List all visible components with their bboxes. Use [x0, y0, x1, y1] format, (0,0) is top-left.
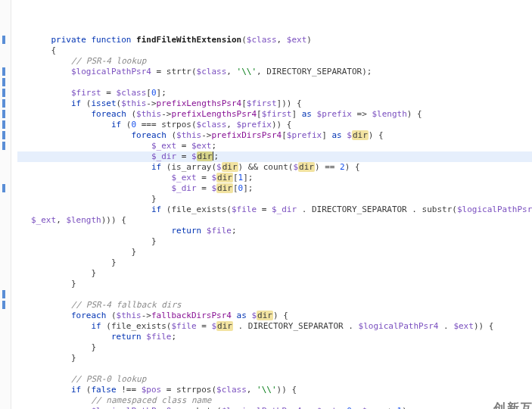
token-prop: prefixLengthsPsr4: [171, 109, 257, 119]
token-var: $logicalPathPsr4: [457, 204, 532, 214]
token-hi: dir: [216, 321, 233, 331]
token-var: $first: [71, 88, 101, 98]
code-line[interactable]: $_ext = $dir[1];: [17, 173, 532, 183]
code-line[interactable]: }: [17, 194, 532, 204]
code-line[interactable]: }: [17, 268, 532, 279]
token-prop: prefixDirsPsr4: [211, 130, 282, 140]
token-var: $first: [247, 98, 277, 108]
token-kw: if: [111, 120, 121, 130]
token-var: $ext: [191, 141, 212, 151]
code-line[interactable]: foreach ($this->fallbackDirsPsr4 as $dir…: [17, 311, 532, 321]
code-line[interactable]: $_dir = $dir[0];: [17, 183, 532, 194]
token-str: '\\': [237, 67, 257, 76]
token-var: $this: [117, 311, 142, 320]
token-kw: as: [331, 130, 341, 140]
gutter-change-marker[interactable]: [2, 290, 5, 298]
code-line[interactable]: }: [17, 247, 532, 258]
code-line[interactable]: [17, 364, 532, 374]
code-line[interactable]: private function findFileWithExtension($…: [17, 35, 532, 45]
token-hi: dir: [216, 173, 233, 183]
token-var: $class: [117, 88, 147, 98]
code-line[interactable]: $_ext, $length))) {: [17, 215, 532, 226]
token-hi: dir: [216, 183, 233, 193]
gutter-change-marker[interactable]: [2, 120, 5, 129]
token-cmt: // PSR-4 fallback dirs: [71, 300, 182, 310]
token-var: $logicalPathPsr4: [71, 67, 151, 76]
code-line[interactable]: if (file_exists($file = $_dir . DIRECTOR…: [17, 204, 532, 215]
code-line[interactable]: }: [17, 236, 532, 247]
code-line[interactable]: if (0 === strpos($class, $prefix)) {: [17, 120, 532, 130]
code-line[interactable]: }: [17, 353, 532, 364]
token-var: $ext: [453, 321, 474, 331]
token-kw: function: [91, 35, 131, 45]
code-line[interactable]: foreach ($this->prefixLengthsPsr4[$first…: [17, 109, 532, 120]
code-line[interactable]: $logicalPathPsr0 = substr($logicalPathPs…: [17, 406, 532, 409]
code-line[interactable]: {: [17, 45, 532, 56]
code-line[interactable]: // PSR-4 fallback dirs: [17, 300, 532, 311]
code-line[interactable]: // PSR-0 lookup: [17, 374, 532, 385]
gutter-change-marker[interactable]: [2, 89, 5, 97]
token-var: $_ext: [31, 215, 56, 225]
token-var: $this: [121, 98, 146, 108]
token-var: $prefix: [287, 130, 322, 140]
token-kw: as: [302, 109, 312, 119]
code-editor[interactable]: 创新互联 CHUANG XIN HU LIAN private function…: [0, 0, 532, 409]
token-var: $_ext: [171, 173, 196, 183]
token-var: $logicalPathPsr0: [91, 406, 171, 409]
gutter-change-marker[interactable]: [2, 142, 5, 150]
gutter-change-marker[interactable]: [2, 110, 5, 118]
gutter-change-marker[interactable]: [2, 301, 5, 309]
code-line[interactable]: return $file;: [17, 332, 532, 342]
token-kw: private: [51, 35, 86, 45]
token-num: 1: [238, 173, 244, 183]
token-var: $_ext: [151, 141, 176, 151]
gutter-change-marker[interactable]: [2, 99, 5, 108]
code-line[interactable]: if (false !== $pos = strrpos($class, '\\…: [17, 385, 532, 395]
gutter-change-marker[interactable]: [2, 36, 5, 44]
token-var: $length: [372, 109, 406, 119]
token-kw: foreach: [91, 109, 126, 119]
token-hi: dir: [257, 311, 273, 320]
token-kw: isset: [91, 98, 116, 108]
code-line[interactable]: }: [17, 258, 532, 268]
code-line[interactable]: // namespaced class name: [17, 395, 532, 406]
token-num: 2: [340, 162, 345, 172]
token-num: 0: [238, 183, 244, 193]
token-var: $prefix: [317, 109, 352, 119]
token-var: $_dir: [272, 204, 297, 214]
code-line[interactable]: if (is_array($dir) && count($dir) == 2) …: [17, 162, 532, 173]
editor-gutter[interactable]: [0, 0, 11, 409]
token-var: $_dir: [151, 151, 176, 161]
token-var: $file: [171, 321, 196, 331]
code-line[interactable]: [17, 289, 532, 300]
code-line[interactable]: if (file_exists($file = $dir . DIRECTORY…: [17, 321, 532, 332]
token-var: $file: [207, 226, 232, 236]
code-line[interactable]: foreach ($this->prefixDirsPsr4[$prefix] …: [17, 130, 532, 141]
token-kw: return: [171, 226, 201, 236]
gutter-change-marker[interactable]: [2, 184, 5, 192]
gutter-change-marker[interactable]: [2, 131, 5, 139]
gutter-change-marker[interactable]: [2, 67, 5, 76]
token-prop: prefixLengthsPsr4: [157, 98, 242, 108]
token-kw: foreach: [131, 130, 166, 140]
code-line[interactable]: }: [17, 279, 532, 289]
code-area[interactable]: 创新互联 CHUANG XIN HU LIAN private function…: [11, 0, 532, 409]
code-line[interactable]: $first = $class[0];: [17, 88, 532, 98]
token-var: $pos: [362, 406, 382, 409]
token-num: 0: [131, 120, 136, 130]
code-line[interactable]: return $file;: [17, 226, 532, 236]
token-prop: fallbackDirsPsr4: [151, 311, 232, 320]
code-line[interactable]: if (isset($this->prefixLengthsPsr4[$firs…: [17, 98, 532, 109]
code-line[interactable]: [17, 77, 532, 88]
gutter-change-marker[interactable]: [2, 78, 5, 86]
code-line[interactable]: $_ext = $ext;: [17, 141, 532, 151]
code-line[interactable]: $_dir = $dir;: [17, 151, 532, 162]
code-line[interactable]: }: [17, 342, 532, 353]
token-var: $class: [197, 67, 227, 76]
code-line[interactable]: // PSR-4 lookup: [17, 56, 532, 67]
token-hi-sel: dir: [197, 151, 213, 161]
token-str: '\\': [257, 385, 277, 395]
token-hi: dir: [222, 162, 238, 172]
token-cmt: // namespaced class name: [91, 395, 211, 405]
code-line[interactable]: $logicalPathPsr4 = strtr($class, '\\', D…: [17, 67, 532, 77]
